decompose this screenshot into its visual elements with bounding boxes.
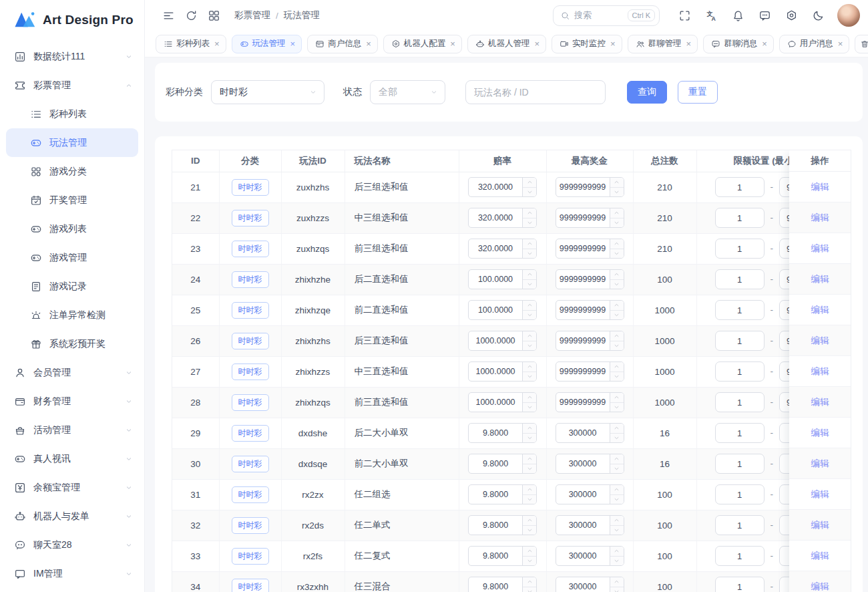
stepper-up-icon[interactable]: [523, 393, 536, 403]
stepper-down-icon[interactable]: [523, 249, 536, 259]
search-button[interactable]: 查询: [627, 81, 667, 104]
max-prize-field-input[interactable]: [556, 485, 610, 504]
sidebar-item[interactable]: 机器人与发单: [0, 502, 144, 531]
stepper-up-icon[interactable]: [523, 208, 536, 218]
tab-close-icon[interactable]: ×: [534, 39, 539, 48]
sidebar-item[interactable]: 彩票管理: [0, 71, 144, 100]
limit-min-input[interactable]: [715, 331, 765, 351]
edit-link[interactable]: 编辑: [811, 273, 829, 285]
limit-min-input[interactable]: [715, 208, 765, 228]
odds-field-input[interactable]: [469, 178, 522, 196]
translate-icon[interactable]: 文A: [700, 4, 722, 27]
limit-min-input[interactable]: [715, 239, 765, 259]
stepper-down-icon[interactable]: [523, 372, 536, 382]
tab[interactable]: 商户信息×: [307, 35, 378, 53]
odds-field-input[interactable]: [469, 270, 522, 289]
sidebar-item[interactable]: 财务管理: [0, 387, 144, 416]
edit-link[interactable]: 编辑: [811, 304, 829, 316]
stepper-down-icon[interactable]: [610, 188, 624, 197]
stepper-up-icon[interactable]: [610, 485, 624, 495]
stepper-down-icon[interactable]: [523, 557, 536, 566]
stepper-up-icon[interactable]: [610, 178, 624, 188]
user-avatar[interactable]: [837, 4, 860, 27]
global-search[interactable]: 搜索 Ctrl K: [553, 5, 660, 26]
tab-close-icon[interactable]: ×: [450, 39, 455, 48]
max-prize-field-input[interactable]: [556, 577, 610, 592]
tab[interactable]: 机器人配置×: [383, 35, 462, 53]
odds-field-input[interactable]: [469, 577, 522, 592]
stepper-up-icon[interactable]: [610, 516, 624, 526]
max-prize-field-input[interactable]: [556, 362, 610, 381]
stepper-up-icon[interactable]: [523, 547, 536, 557]
layout-grid-icon[interactable]: [202, 4, 225, 27]
stepper-down-icon[interactable]: [610, 341, 624, 351]
dark-mode-moon-icon[interactable]: [807, 4, 829, 27]
edit-link[interactable]: 编辑: [811, 335, 829, 347]
tab-close-icon[interactable]: ×: [838, 39, 843, 48]
odds-field-input[interactable]: [469, 239, 522, 258]
stepper-up-icon[interactable]: [610, 424, 624, 434]
edit-link[interactable]: 编辑: [811, 212, 829, 224]
edit-link[interactable]: 编辑: [811, 488, 829, 500]
stepper-down-icon[interactable]: [610, 464, 624, 474]
limit-min-input[interactable]: [715, 392, 765, 412]
stepper-up-icon[interactable]: [610, 301, 624, 311]
tab[interactable]: 群聊消息×: [703, 35, 774, 53]
tab[interactable]: 机器人管理×: [467, 35, 546, 53]
edit-link[interactable]: 编辑: [811, 581, 829, 592]
max-prize-field-input[interactable]: [556, 393, 610, 412]
stepper-down-icon[interactable]: [610, 526, 624, 535]
stepper-down-icon[interactable]: [610, 249, 624, 259]
stepper-up-icon[interactable]: [610, 362, 624, 372]
stepper-up-icon[interactable]: [523, 485, 536, 495]
fullscreen-icon[interactable]: [673, 4, 696, 27]
edit-link[interactable]: 编辑: [811, 365, 829, 378]
limit-min-input[interactable]: [715, 546, 765, 566]
odds-field-input[interactable]: [469, 516, 522, 535]
stepper-down-icon[interactable]: [523, 280, 536, 289]
stepper-up-icon[interactable]: [523, 577, 536, 587]
max-prize-field-input[interactable]: [556, 301, 610, 319]
stepper-down-icon[interactable]: [610, 311, 624, 320]
stepper-up-icon[interactable]: [523, 454, 536, 464]
stepper-down-icon[interactable]: [523, 188, 536, 197]
stepper-up-icon[interactable]: [523, 516, 536, 526]
odds-field-input[interactable]: [469, 547, 522, 565]
edit-link[interactable]: 编辑: [811, 458, 829, 470]
category-select[interactable]: 时时彩: [211, 80, 324, 104]
sidebar-item[interactable]: 游戏列表: [0, 214, 144, 243]
sidebar-item[interactable]: 活动管理: [0, 416, 144, 444]
tab[interactable]: 用户消息×: [779, 35, 850, 53]
refresh-icon[interactable]: [180, 4, 202, 27]
max-prize-field-input[interactable]: [556, 424, 610, 442]
edit-link[interactable]: 编辑: [811, 550, 829, 562]
odds-field-input[interactable]: [469, 301, 522, 319]
odds-field-input[interactable]: [469, 208, 522, 227]
stepper-down-icon[interactable]: [610, 434, 624, 443]
keyword-input[interactable]: [465, 80, 606, 104]
tab[interactable]: 实时监控×: [552, 35, 622, 53]
max-prize-field-input[interactable]: [556, 270, 610, 289]
tab[interactable]: 玩法管理×: [232, 35, 302, 53]
stepper-down-icon[interactable]: [523, 311, 536, 320]
tab-close-icon[interactable]: ×: [290, 39, 296, 48]
tab-close-icon[interactable]: ×: [366, 39, 371, 48]
settings-gear-icon[interactable]: [780, 4, 803, 27]
max-prize-field-input[interactable]: [556, 454, 610, 473]
odds-field-input[interactable]: [469, 362, 522, 381]
edit-link[interactable]: 编辑: [811, 181, 829, 193]
edit-link[interactable]: 编辑: [811, 519, 829, 531]
limit-min-input[interactable]: [715, 577, 765, 592]
max-prize-field-input[interactable]: [556, 547, 610, 565]
limit-min-input[interactable]: [715, 454, 765, 474]
sidebar-item[interactable]: 系统彩预开奖: [0, 329, 144, 358]
stepper-down-icon[interactable]: [523, 495, 536, 504]
sidebar-item[interactable]: 运维管理: [0, 588, 144, 592]
sidebar-item[interactable]: IM管理: [0, 559, 144, 588]
limit-min-input[interactable]: [715, 484, 765, 504]
max-prize-field-input[interactable]: [556, 178, 610, 196]
stepper-down-icon[interactable]: [523, 218, 536, 228]
breadcrumb-item[interactable]: 彩票管理: [234, 9, 270, 21]
messages-icon[interactable]: [753, 4, 776, 27]
limit-min-input[interactable]: [715, 300, 765, 320]
